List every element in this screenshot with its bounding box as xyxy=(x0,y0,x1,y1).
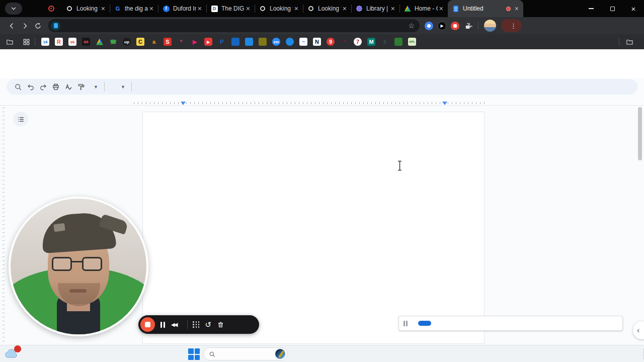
bookmark-item-6[interactable]: ☎ xyxy=(109,38,117,46)
browser-tab-7[interactable]: Library | Loo× xyxy=(351,0,399,17)
delete-recording-button[interactable] xyxy=(217,321,224,328)
bookmark-item-2[interactable]: R xyxy=(55,38,63,46)
bookmark-item-23[interactable]: * xyxy=(340,38,348,46)
bookmark-item-17[interactable] xyxy=(259,38,267,46)
tab-close-icon[interactable]: × xyxy=(389,5,396,13)
bookmark-item-12[interactable]: ▶ xyxy=(191,38,199,46)
bookmark-item-7[interactable]: up xyxy=(123,38,131,46)
bookmark-item-27[interactable] xyxy=(394,38,403,46)
tab-close-icon[interactable]: × xyxy=(513,5,520,13)
browser-tab-9[interactable]: Untitled× xyxy=(448,0,523,17)
new-tab-button[interactable] xyxy=(526,2,540,16)
bookmark-item-14[interactable]: P xyxy=(218,38,226,46)
bookmark-item-25[interactable]: M xyxy=(367,38,375,46)
minimize-icon xyxy=(589,8,594,9)
outline-list-icon xyxy=(17,116,25,123)
stop-recording-button[interactable] xyxy=(140,317,155,332)
forward-button[interactable] xyxy=(18,19,31,32)
bookmark-item-16[interactable] xyxy=(245,38,253,46)
windows-taskbar xyxy=(0,345,644,362)
reload-button[interactable] xyxy=(31,19,44,32)
browser-tab-4[interactable]: DThe DIG Age× xyxy=(206,0,255,17)
zoom-select[interactable]: ▼ xyxy=(87,80,102,93)
tab-close-icon[interactable]: × xyxy=(100,5,107,13)
browser-toolbar: ☆ ▶ ⋮ xyxy=(0,17,644,34)
browser-tab-1[interactable]: Looking for× xyxy=(61,0,110,17)
close-button[interactable]: × xyxy=(623,0,644,17)
loom-webcam-bubble[interactable] xyxy=(9,197,148,336)
browser-tab-5[interactable]: Looking for× xyxy=(255,0,303,17)
bookmark-item-18[interactable]: zm xyxy=(272,38,280,46)
tab-close-icon[interactable]: × xyxy=(196,5,203,13)
tab-close-icon[interactable]: × xyxy=(341,5,348,13)
redo-button[interactable] xyxy=(37,80,49,93)
paragraph-style-select[interactable]: ▼ xyxy=(107,80,129,93)
left-indent-marker[interactable] xyxy=(181,102,186,105)
stop-sharing-button[interactable] xyxy=(418,321,431,326)
bookmark-item-19[interactable] xyxy=(286,38,294,46)
bookmark-item-8[interactable]: C xyxy=(136,38,144,46)
site-info-icon[interactable] xyxy=(51,21,60,31)
start-button[interactable] xyxy=(188,348,200,360)
loom-control-bar[interactable]: ◀◀ ↺ xyxy=(138,315,259,334)
google-favicon: G xyxy=(114,5,121,12)
toolbar-search-button[interactable] xyxy=(12,80,24,93)
bookmark-item-11[interactable]: * xyxy=(177,38,185,46)
address-bar[interactable]: ☆ xyxy=(48,19,420,32)
extension-play-icon[interactable]: ▶ xyxy=(438,22,446,30)
bookmark-item-5[interactable] xyxy=(96,38,104,46)
all-bookmarks-button[interactable] xyxy=(616,38,644,46)
bookmark-item-3[interactable]: sk xyxy=(68,38,76,46)
profile-avatar[interactable] xyxy=(484,20,496,32)
bookmark-item-24[interactable]: 7 xyxy=(354,38,362,46)
kebab-menu-icon[interactable]: ⋮ xyxy=(507,22,520,30)
tab-close-icon[interactable]: × xyxy=(438,5,445,13)
bookmark-item-28[interactable]: APL xyxy=(408,38,416,46)
browser-tab-8[interactable]: Home - Goo× xyxy=(399,0,448,17)
bookmark-item-22[interactable]: 9 xyxy=(327,38,335,46)
browser-tab-6[interactable]: Looking for× xyxy=(303,0,351,17)
browser-tab-3[interactable]: fDuford Insu× xyxy=(158,0,206,17)
apps-grid-icon[interactable] xyxy=(21,36,32,47)
browser-tab-2[interactable]: Gthe dig agen× xyxy=(110,0,158,17)
document-page[interactable] xyxy=(142,112,485,344)
extension-blocker-icon[interactable] xyxy=(451,22,459,30)
browser-menu-error-badge[interactable]: ⋮ xyxy=(501,19,522,32)
pause-button[interactable] xyxy=(160,322,165,328)
document-outline-button[interactable] xyxy=(13,112,28,127)
tab-close-icon[interactable]: × xyxy=(293,5,300,13)
weather-widget[interactable] xyxy=(4,347,23,360)
bookmark-item-13[interactable]: ▸ xyxy=(204,38,212,46)
ring-favicon xyxy=(259,5,266,12)
back-button[interactable] xyxy=(5,19,18,32)
bookmark-item-4[interactable]: 60 xyxy=(82,38,90,46)
tab-close-icon[interactable]: × xyxy=(245,5,252,13)
minimize-button[interactable] xyxy=(581,0,602,17)
bookmarks-folder[interactable] xyxy=(0,38,21,46)
spellcheck-button[interactable] xyxy=(62,80,74,93)
bookmark-item-20[interactable]: ~ xyxy=(299,38,307,46)
extension-camera-icon[interactable] xyxy=(425,22,433,30)
undo-button[interactable] xyxy=(24,80,37,93)
maximize-button[interactable] xyxy=(602,0,623,17)
drag-handle-icon[interactable] xyxy=(193,321,199,328)
tab-search-button[interactable] xyxy=(5,3,22,15)
bookmark-item-9[interactable]: a xyxy=(150,38,158,46)
bookmark-item-21[interactable]: N xyxy=(313,38,321,46)
extensions-puzzle-icon[interactable] xyxy=(464,22,472,30)
bookmark-item-15[interactable] xyxy=(231,38,239,46)
paint-format-button[interactable] xyxy=(74,80,87,93)
pause-sharing-icon[interactable] xyxy=(404,321,408,326)
right-indent-marker[interactable] xyxy=(442,102,447,105)
document-scrollbar[interactable] xyxy=(638,107,642,160)
bookmark-item-1[interactable]: 18 xyxy=(41,38,49,46)
rewind-button[interactable]: ◀◀ xyxy=(171,322,177,327)
tab-close-icon[interactable]: × xyxy=(148,5,155,13)
bookmark-star-icon[interactable]: ☆ xyxy=(408,22,415,30)
bookmark-item-26[interactable]: $ xyxy=(381,38,389,46)
restart-recording-button[interactable]: ↺ xyxy=(205,320,211,329)
print-button[interactable] xyxy=(49,80,62,93)
bookmark-item-10[interactable]: S xyxy=(164,38,172,46)
taskbar-search[interactable] xyxy=(203,347,288,360)
horizontal-ruler[interactable] xyxy=(0,98,644,106)
